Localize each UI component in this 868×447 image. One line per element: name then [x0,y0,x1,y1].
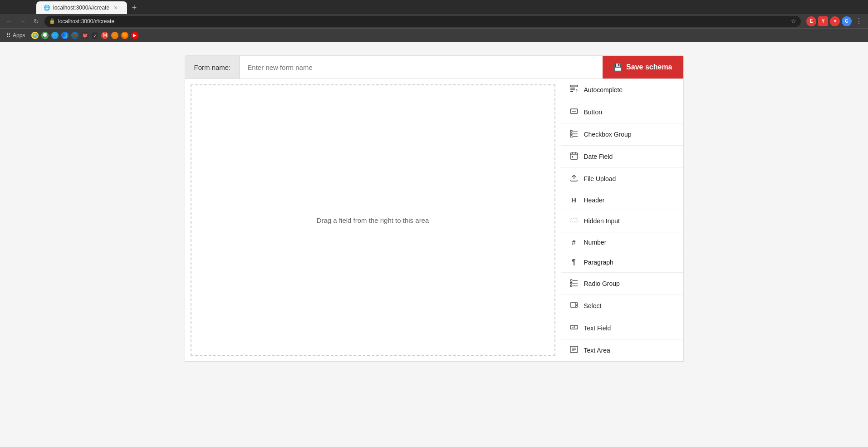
reload-button[interactable]: ↻ [31,16,42,27]
palette-item-date-field[interactable]: Date Field [561,146,683,168]
bookmark-5[interactable]: 💼 [71,32,78,39]
bookmarks-bar: ⠿ Apps 🌐 💬 🐦 📘 💼 🐙 ♪ M 🛒 🧡 ▶ [0,28,868,42]
date-field-label: Date Field [584,153,613,160]
page-content: Form name: 💾 Save schema Drag a field fr… [0,42,868,447]
paragraph-label: Paragraph [584,259,613,266]
bookmarks-apps-button[interactable]: ⠿ Apps [4,31,28,39]
hidden-input-icon [569,216,579,226]
tab-title: localhost:3000/#/create [53,5,109,11]
text-field-icon [569,323,579,333]
palette-item-number[interactable]: # Number [561,232,683,252]
palette-item-text-area[interactable]: Text Area [561,339,683,361]
svg-rect-12 [570,153,578,159]
palette-item-text-field[interactable]: Text Field [561,317,683,339]
browser-actions: E Y ✦ G ⋮ [806,16,864,27]
svg-rect-17 [570,218,578,222]
svg-point-23 [570,285,572,287]
header-icon: H [569,196,579,204]
checkbox-group-icon [569,129,579,139]
lock-icon: 🔒 [49,18,55,24]
palette-item-hidden-input[interactable]: Hidden Input [561,210,683,232]
drop-zone-text: Drag a field from the right to this area [317,216,429,224]
bookmark-7[interactable]: ♪ [91,32,98,39]
apps-label: Apps [13,32,25,39]
paragraph-icon: ¶ [569,258,579,266]
svg-rect-6 [570,130,572,132]
back-button[interactable]: ← [4,16,15,27]
svg-point-18 [570,280,572,281]
palette-item-select[interactable]: Select [561,295,683,317]
field-palette: Autocomplete Button [561,79,683,361]
palette-item-file-upload[interactable]: File Upload [561,168,683,190]
form-name-input[interactable] [240,56,603,79]
active-tab[interactable]: 🌐 localhost:3000/#/create × [36,1,127,14]
bookmark-3[interactable]: 🐦 [51,32,59,39]
form-builder: Form name: 💾 Save schema Drag a field fr… [185,55,684,433]
button-label: Button [584,108,602,116]
save-schema-label: Save schema [626,63,672,71]
ext-icon-2[interactable]: Y [818,16,828,26]
bookmark-2[interactable]: 💬 [41,32,49,39]
ext-icon-4[interactable]: G [842,16,852,26]
drop-zone[interactable]: Drag a field from the right to this area [191,84,555,356]
palette-item-radio-group[interactable]: Radio Group [561,273,683,295]
palette-item-checkbox-group[interactable]: Checkbox Group [561,123,683,146]
ext-icon-1[interactable]: E [806,16,816,26]
select-label: Select [584,302,602,309]
star-icon: ☆ [791,18,796,25]
svg-rect-27 [570,325,578,329]
builder-body: Drag a field from the right to this area [185,79,684,362]
number-label: Number [584,239,607,246]
palette-item-paragraph[interactable]: ¶ Paragraph [561,252,683,273]
svg-point-21 [571,283,572,284]
ext-icon-3[interactable]: ✦ [830,16,840,26]
file-upload-icon [569,174,579,184]
save-schema-button[interactable]: 💾 Save schema [603,56,683,79]
form-name-bar: Form name: 💾 Save schema [185,55,684,79]
bookmark-4[interactable]: 📘 [61,32,69,39]
checkbox-group-label: Checkbox Group [584,131,632,138]
palette-item-button[interactable]: Button [561,101,683,123]
date-field-icon [569,152,579,162]
url-display: localhost:3000/#/create [58,18,114,25]
hidden-input-label: Hidden Input [584,217,620,225]
header-label: Header [584,196,605,204]
browser-tabs: 🌐 localhost:3000/#/create × + [0,0,868,14]
bookmark-9[interactable]: 🛒 [111,32,118,39]
svg-rect-2 [570,89,575,90]
text-field-label: Text Field [584,324,611,332]
bookmark-1[interactable]: 🌐 [31,32,39,39]
svg-rect-10 [570,136,572,138]
chrome-menu[interactable]: ⋮ [853,16,864,27]
browser-chrome: 🌐 localhost:3000/#/create × + ← → ↻ 🔒 lo… [0,0,868,28]
browser-toolbar: ← → ↻ 🔒 localhost:3000/#/create ☆ E Y ✦ … [0,14,868,28]
svg-rect-16 [572,156,573,157]
address-bar[interactable]: 🔒 localhost:3000/#/create ☆ [44,16,801,27]
autocomplete-label: Autocomplete [584,86,623,93]
svg-rect-3 [570,91,573,92]
number-icon: # [569,238,579,246]
palette-item-header[interactable]: H Header [561,190,683,210]
apps-grid-icon: ⠿ [6,32,11,39]
file-upload-label: File Upload [584,175,616,182]
forward-button[interactable]: → [17,16,28,27]
bookmark-11[interactable]: ▶ [131,32,138,39]
svg-rect-8 [570,133,572,135]
bookmark-10[interactable]: 🧡 [121,32,128,39]
bookmark-8[interactable]: M [101,32,108,39]
svg-rect-0 [570,85,578,87]
svg-rect-1 [570,88,575,88]
radio-group-icon [569,279,579,289]
select-icon [569,301,579,311]
button-icon [569,107,579,117]
form-name-label: Form name: [185,56,240,79]
radio-group-label: Radio Group [584,280,620,287]
text-area-icon [569,345,579,355]
autocomplete-icon [569,85,579,95]
save-icon: 💾 [613,63,623,72]
palette-item-autocomplete[interactable]: Autocomplete [561,79,683,101]
bookmark-6[interactable]: 🐙 [81,32,88,39]
text-area-label: Text Area [584,347,610,354]
